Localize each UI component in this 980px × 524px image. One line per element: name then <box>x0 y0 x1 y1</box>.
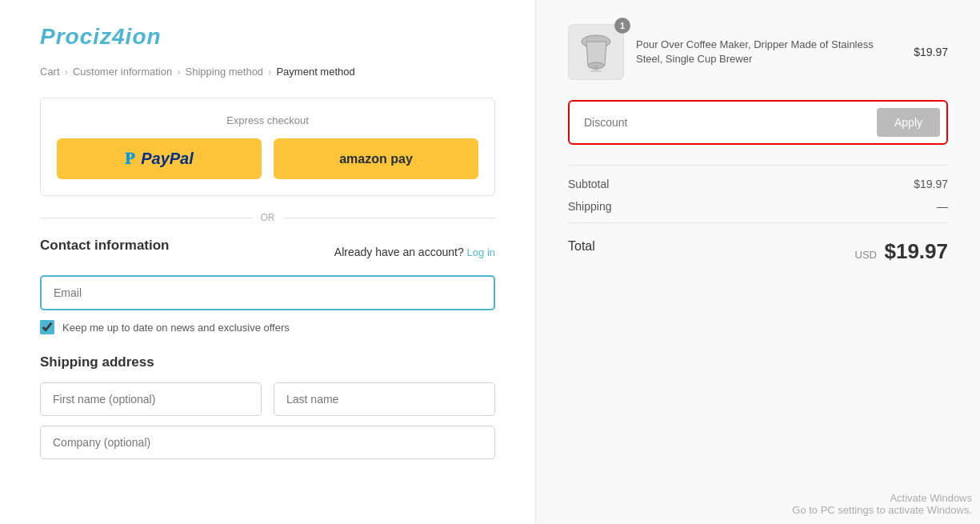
newsletter-checkbox[interactable] <box>40 320 54 334</box>
apply-button[interactable]: Apply <box>877 108 940 137</box>
total-label: Total <box>568 239 595 264</box>
total-currency: USD <box>855 249 877 261</box>
discount-input[interactable] <box>576 108 877 137</box>
logo: Prociz4ion <box>40 24 495 50</box>
express-checkout-section: Express checkout 𝐏 PayPal amazon pay <box>40 98 495 196</box>
last-name-field[interactable] <box>274 382 495 416</box>
or-label: OR <box>261 212 275 223</box>
shipping-value: — <box>937 200 948 213</box>
shipping-section: Shipping address <box>40 354 495 469</box>
total-price: $19.97 <box>884 239 948 263</box>
paypal-label: PayPal <box>141 150 194 168</box>
svg-point-4 <box>590 70 602 72</box>
breadcrumb-payment: Payment method <box>276 66 354 78</box>
checkout-left-panel: Prociz4ion Cart › Customer information ›… <box>0 0 536 524</box>
breadcrumb-shipping[interactable]: Shipping method <box>186 66 264 78</box>
already-account-text: Already have an account? <box>334 246 464 258</box>
product-image <box>568 24 624 80</box>
paypal-p-icon: 𝐏 <box>125 150 134 168</box>
express-checkout-title: Express checkout <box>57 114 478 126</box>
email-field[interactable] <box>40 275 495 310</box>
product-name: Pour Over Coffee Maker, Dripper Made of … <box>636 38 902 66</box>
breadcrumb-cart[interactable]: Cart <box>40 66 60 78</box>
windows-watermark: Activate Windows Go to PC settings to ac… <box>792 492 972 516</box>
breadcrumb-sep-1: › <box>65 66 68 78</box>
discount-section: Apply <box>568 100 948 145</box>
breadcrumb-customer[interactable]: Customer information <box>73 66 172 78</box>
shipping-label: Shipping <box>568 200 612 213</box>
shipping-title: Shipping address <box>40 354 495 370</box>
breadcrumb: Cart › Customer information › Shipping m… <box>40 66 495 78</box>
subtotal-value: $19.97 <box>914 178 948 190</box>
product-quantity-badge: 1 <box>614 18 630 34</box>
newsletter-label: Keep me up to date on news and exclusive… <box>62 322 290 334</box>
contact-header: Contact information Already have an acco… <box>40 238 495 266</box>
or-divider: OR <box>40 212 495 223</box>
product-price: $19.97 <box>914 46 948 58</box>
product-icon <box>578 32 614 72</box>
name-row <box>40 382 495 416</box>
breadcrumb-sep-3: › <box>268 66 271 78</box>
total-divider <box>568 222 948 223</box>
product-image-wrap: 1 <box>568 24 624 80</box>
summary-divider <box>568 165 948 166</box>
contact-title: Contact information <box>40 238 170 254</box>
subtotal-row: Subtotal $19.97 <box>568 178 948 190</box>
subtotal-label: Subtotal <box>568 178 609 190</box>
express-buttons: 𝐏 PayPal amazon pay <box>57 138 478 179</box>
first-name-field[interactable] <box>40 382 262 416</box>
total-amount: USD $19.97 <box>855 239 948 264</box>
order-summary-panel: 1 Pour Over Coffee Maker, Dripper Made o… <box>536 0 980 524</box>
shipping-row: Shipping — <box>568 200 948 213</box>
logo-text: Prociz4ion <box>40 24 162 50</box>
newsletter-row: Keep me up to date on news and exclusive… <box>40 320 495 334</box>
paypal-button[interactable]: 𝐏 PayPal <box>57 138 262 179</box>
login-prompt: Already have an account? Log in <box>334 246 495 258</box>
product-row: 1 Pour Over Coffee Maker, Dripper Made o… <box>568 24 948 80</box>
svg-marker-1 <box>586 42 606 66</box>
amazon-label: amazon pay <box>339 152 413 166</box>
windows-watermark-line2: Go to PC settings to activate Windows. <box>792 504 972 516</box>
login-link[interactable]: Log in <box>467 246 495 258</box>
breadcrumb-sep-2: › <box>177 66 180 78</box>
windows-watermark-line1: Activate Windows <box>792 492 972 504</box>
company-field[interactable] <box>40 426 495 459</box>
amazon-pay-button[interactable]: amazon pay <box>274 138 478 179</box>
total-row: Total USD $19.97 <box>568 239 948 264</box>
